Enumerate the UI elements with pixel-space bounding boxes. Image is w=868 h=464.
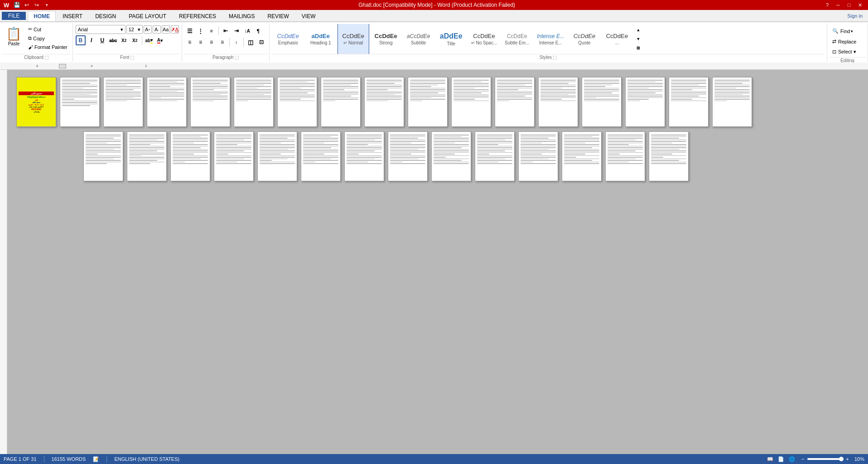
tab-view[interactable]: VIEW [296,11,322,21]
change-case-button[interactable]: Aa [162,25,170,34]
help-button[interactable]: ? [823,1,832,9]
sort-button[interactable]: ↕A [242,26,252,36]
page-31[interactable] [649,131,689,181]
page-14[interactable] [582,77,622,127]
subscript-button[interactable]: X2 [119,35,129,45]
superscript-button[interactable]: X2 [130,35,140,45]
close-button[interactable]: ✕ [855,1,864,9]
page-10[interactable] [408,77,448,127]
view-web-button[interactable]: 🌐 [789,456,795,462]
underline-button[interactable]: U [97,35,107,45]
page-6[interactable] [234,77,274,127]
page-21[interactable] [214,131,254,181]
style-item-normal[interactable]: CcDdEe ↵ Normal [338,24,369,54]
page-2[interactable] [60,77,100,127]
page-23[interactable] [301,131,341,181]
page-28[interactable] [518,131,558,181]
page-20[interactable] [170,131,210,181]
strikethrough-button[interactable]: abc [108,35,118,45]
sign-in-button[interactable]: Sign in [844,12,866,19]
tab-mailings[interactable]: MAILINGS [223,11,260,21]
maximize-button[interactable]: □ [844,1,854,9]
page-25[interactable] [388,131,428,181]
find-button[interactable]: 🔍 Find ▾ [830,27,855,35]
page-5[interactable] [190,77,230,127]
spell-check-icon[interactable]: 📝 [93,456,99,462]
page-1[interactable]: تحقیق آنلاین Tahghighonline.c فایل مرجع … [16,77,56,127]
bullets-button[interactable]: ☰ [185,26,195,36]
style-item-title[interactable]: aDdEe Title [435,24,467,54]
styles-scroll-up[interactable]: ▲ [635,26,642,34]
zoom-in-button[interactable]: + [846,456,849,462]
tab-design[interactable]: DESIGN [89,11,122,21]
style-item-more[interactable]: CcDdEe ... [601,24,633,54]
save-button[interactable]: 💾 [13,1,21,9]
align-center-button[interactable]: ≡ [196,37,206,47]
page-7[interactable] [277,77,317,127]
styles-expand[interactable]: ⊞ [635,44,642,52]
style-item-nospace[interactable]: CcDdEe ↵ No Spac... [468,24,500,54]
page-26[interactable] [431,131,471,181]
view-read-button[interactable]: 📖 [767,456,773,462]
style-item-subtleem[interactable]: CcDdEe Subtle Em... [501,24,533,54]
italic-button[interactable]: I [87,35,96,45]
customize-quick-access-button[interactable]: ▾ [43,1,51,9]
tab-references[interactable]: REFERENCES [173,11,222,21]
tab-page-layout[interactable]: PAGE LAYOUT [123,11,172,21]
page-15[interactable] [625,77,665,127]
font-size-input[interactable]: 12 ▾ [126,25,143,34]
styles-scroll-down[interactable]: ▼ [635,35,642,43]
minimize-button[interactable]: ─ [834,1,843,9]
page-8[interactable] [321,77,361,127]
page-9[interactable] [364,77,404,127]
clipboard-expand-icon[interactable]: ⬚ [44,55,48,60]
format-painter-button[interactable]: 🖌 Format Painter [26,43,70,51]
font-expand-icon[interactable]: ⬚ [130,55,134,60]
style-item-emphasis[interactable]: CcDdEe Emphasis [272,24,304,54]
page-11[interactable] [451,77,491,127]
show-hide-button[interactable]: ¶ [253,26,263,36]
text-highlight-button[interactable]: ab▾ [144,35,154,45]
page-27[interactable] [475,131,515,181]
page-19[interactable] [127,131,167,181]
font-grow-button[interactable]: A+ [144,25,152,34]
page-22[interactable] [257,131,297,181]
shading-button[interactable]: ◫ [246,37,256,47]
zoom-out-button[interactable]: − [801,456,804,462]
borders-button[interactable]: ⊡ [256,37,266,47]
zoom-slider-thumb[interactable] [839,457,844,461]
style-item-heading1[interactable]: aDdEe Heading 1 [305,24,337,54]
decrease-indent-button[interactable]: ⇤ [221,26,231,36]
align-right-button[interactable]: ≡ [207,37,217,47]
page-4[interactable] [147,77,187,127]
paragraph-expand-icon[interactable]: ⬚ [235,55,239,60]
multilevel-list-button[interactable]: ≡ [207,26,217,36]
align-left-button[interactable]: ≡ [185,37,195,47]
style-item-intensee[interactable]: Intense E... Intense E... [534,24,568,54]
paste-button[interactable]: 📋 Paste [3,25,25,48]
font-color-button[interactable]: A▾ [155,35,165,45]
page-17[interactable] [712,77,752,127]
font-name-input[interactable]: Arial ▾ [76,25,125,34]
tab-review[interactable]: REVIEW [261,11,294,21]
style-item-strong[interactable]: CcDdEe Strong [370,24,402,54]
page-29[interactable] [562,131,602,181]
view-print-button[interactable]: 📄 [778,456,784,462]
tab-file[interactable]: FILE [2,12,26,20]
select-button[interactable]: ⊡ Select ▾ [830,48,858,56]
style-item-subtitle[interactable]: aCcDdEe Subtitle [403,24,434,54]
tab-home[interactable]: HOME [28,11,56,21]
page-12[interactable] [495,77,535,127]
justify-button[interactable]: ≡ [217,37,227,47]
font-shrink-button[interactable]: A- [153,25,161,34]
clear-formatting-button[interactable]: ✗A [171,25,179,34]
page-16[interactable] [669,77,709,127]
cut-button[interactable]: ✂ Cut [26,25,70,34]
style-item-quote[interactable]: CcDdEe Quote [569,24,600,54]
page-13[interactable] [538,77,578,127]
page-3[interactable] [103,77,143,127]
redo-button[interactable]: ↪ [33,1,41,9]
bold-button[interactable]: B [76,35,86,45]
line-spacing-button[interactable]: ↕ [231,37,241,47]
replace-button[interactable]: ⇄ Replace [830,37,858,46]
